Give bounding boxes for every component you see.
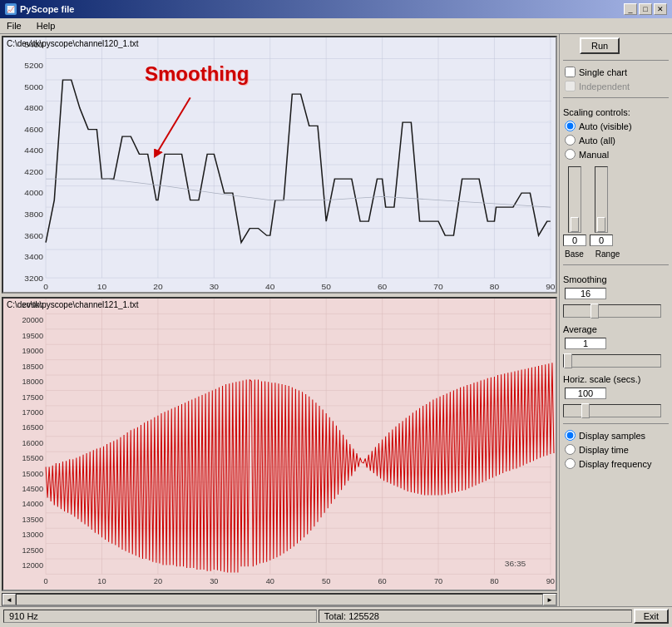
range-slider-group: 0 <box>590 166 613 246</box>
smoothing-annotation: Smoothing <box>145 62 249 86</box>
smoothing-value: 16 <box>565 288 606 299</box>
range-value: 0 <box>590 235 613 246</box>
svg-text:80: 80 <box>490 578 498 585</box>
horiz-scale-label: Horiz. scale (secs.) <box>563 374 669 384</box>
main-layout: C:\dev\tk\pyscope\channel120_1.txt Smoot… <box>0 34 672 606</box>
base-slider[interactable] <box>568 166 581 233</box>
independent-label: Independent <box>579 81 630 91</box>
minimize-button[interactable]: _ <box>624 3 637 15</box>
svg-text:3200: 3200 <box>24 274 43 282</box>
chart2-label: C:\dev\tk\pyscope\channel121_1.txt <box>7 300 138 309</box>
svg-text:90: 90 <box>546 578 555 585</box>
svg-text:50: 50 <box>322 578 330 585</box>
horiz-value: 100 <box>565 388 606 399</box>
svg-text:70: 70 <box>433 283 442 291</box>
svg-text:40: 40 <box>265 283 274 291</box>
base-label: Base <box>565 249 584 259</box>
svg-text:13500: 13500 <box>22 516 43 523</box>
smoothing-text: Smoothing <box>145 62 249 85</box>
svg-text:12500: 12500 <box>22 546 43 554</box>
divider1 <box>563 60 669 61</box>
sidebar: Run Single chart Independent Scaling con… <box>560 34 672 606</box>
divider3 <box>563 264 669 265</box>
exit-button[interactable]: Exit <box>634 609 669 624</box>
svg-text:4000: 4000 <box>24 189 43 197</box>
svg-text:4800: 4800 <box>24 104 43 112</box>
range-slider[interactable] <box>595 166 608 233</box>
status-hz: 910 Hz <box>3 610 317 623</box>
menu-file[interactable]: File <box>3 20 25 32</box>
display-samples-row: Display samples <box>565 430 669 441</box>
svg-text:80: 80 <box>490 283 499 291</box>
menubar: File Help <box>0 18 672 34</box>
smoothing-slider[interactable] <box>563 304 661 318</box>
title-buttons: _ □ ✕ <box>624 3 667 15</box>
svg-text:50: 50 <box>322 283 331 291</box>
manual-label: Manual <box>579 150 609 160</box>
display-frequency-radio[interactable] <box>565 458 576 469</box>
menu-help[interactable]: Help <box>33 20 59 32</box>
independent-checkbox[interactable] <box>565 81 576 91</box>
window-title: PyScope file <box>20 4 74 14</box>
run-button[interactable]: Run <box>580 37 620 54</box>
close-button[interactable]: ✕ <box>654 3 667 15</box>
title-bar-left: 📈 PyScope file <box>5 3 74 15</box>
single-chart-row: Single chart <box>565 67 669 77</box>
scaling-label: Scaling controls: <box>563 107 669 117</box>
average-value: 1 <box>565 338 606 349</box>
auto-visible-radio[interactable] <box>565 121 576 131</box>
svg-text:70: 70 <box>434 578 442 585</box>
svg-text:10: 10 <box>97 578 106 585</box>
display-frequency-row: Display frequency <box>565 458 669 469</box>
manual-row: Manual <box>565 149 669 160</box>
chart2-svg: 20500 20000 19500 19000 18500 18000 1750… <box>3 299 556 590</box>
display-frequency-label: Display frequency <box>579 459 651 469</box>
average-label: Average <box>563 324 669 334</box>
smoothing-section-label: Smoothing <box>563 274 669 284</box>
svg-text:16000: 16000 <box>22 439 43 447</box>
svg-text:30: 30 <box>210 283 219 291</box>
svg-text:20: 20 <box>153 283 162 291</box>
title-bar: 📈 PyScope file _ □ ✕ <box>0 0 672 18</box>
status-total: Total: 125528 <box>319 610 632 623</box>
status-bar: 910 Hz Total: 125528 Exit <box>0 606 672 625</box>
svg-text:3600: 3600 <box>24 231 43 239</box>
base-range-labels: Base Range <box>565 249 669 259</box>
horizontal-scrollbar[interactable]: ◄ ► <box>2 593 557 606</box>
display-time-label: Display time <box>579 445 629 455</box>
base-value: 0 <box>563 235 586 246</box>
app-icon: 📈 <box>5 3 17 15</box>
display-samples-radio[interactable] <box>565 430 576 441</box>
independent-row: Independent <box>565 81 669 91</box>
svg-text:90: 90 <box>546 283 555 291</box>
svg-text:60: 60 <box>378 283 387 291</box>
divider2 <box>563 97 669 98</box>
manual-radio[interactable] <box>565 149 576 160</box>
horiz-slider[interactable] <box>563 404 661 417</box>
chart1-svg: 5400 5200 5000 4800 4600 4400 4200 4000 … <box>3 37 556 292</box>
svg-text:17500: 17500 <box>22 393 43 401</box>
scroll-right-arrow[interactable]: ► <box>543 594 556 605</box>
svg-text:4200: 4200 <box>24 168 43 176</box>
average-slider[interactable] <box>563 354 661 368</box>
auto-visible-row: Auto (visible) <box>565 121 669 131</box>
svg-text:30: 30 <box>210 578 218 585</box>
display-time-row: Display time <box>565 444 669 455</box>
range-label: Range <box>595 249 620 259</box>
scroll-left-arrow[interactable]: ◄ <box>2 594 16 605</box>
base-range-sliders: 0 0 <box>563 166 669 246</box>
single-chart-checkbox[interactable] <box>565 67 576 77</box>
svg-text:16500: 16500 <box>22 424 43 432</box>
auto-all-radio[interactable] <box>565 135 576 146</box>
svg-text:0: 0 <box>44 578 48 585</box>
svg-text:13000: 13000 <box>22 531 43 539</box>
svg-text:3800: 3800 <box>24 210 43 219</box>
svg-text:20: 20 <box>154 578 162 585</box>
chart1-label: C:\dev\tk\pyscope\channel120_1.txt <box>7 39 138 48</box>
svg-text:19000: 19000 <box>22 348 43 355</box>
svg-text:40: 40 <box>266 578 274 585</box>
divider4 <box>563 423 669 424</box>
svg-text:14500: 14500 <box>22 486 43 493</box>
display-time-radio[interactable] <box>565 444 576 455</box>
maximize-button[interactable]: □ <box>639 3 652 15</box>
